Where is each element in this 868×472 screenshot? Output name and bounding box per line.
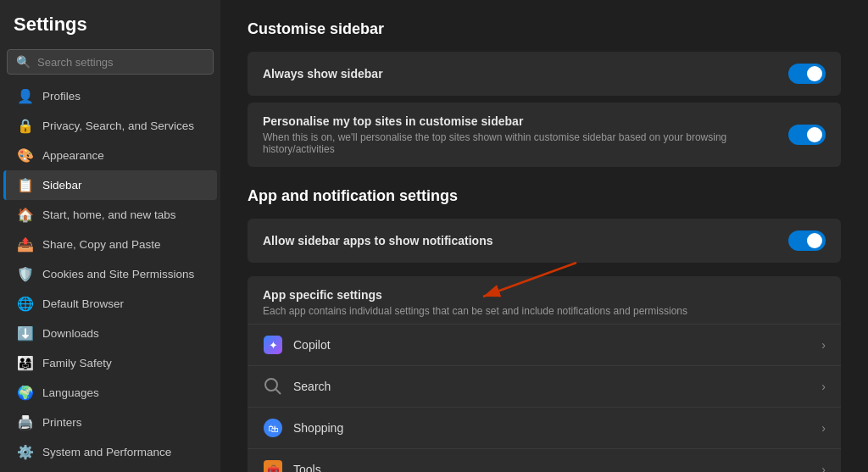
appearance-icon: 🎨 [17,147,34,164]
sidebar: Settings 🔍 👤 Profiles 🔒 Privacy, Search,… [0,0,220,472]
app-item-copilot[interactable]: ✦ Copilot › [248,325,841,366]
copilot-chevron-icon: › [821,338,826,352]
printers-icon: 🖨️ [17,414,34,430]
cookies-label: Cookies and Site Permissions [42,268,194,280]
sidebar-item-printers[interactable]: 🖨️ Printers [3,408,217,437]
cookies-icon: 🛡️ [17,266,34,282]
sidebar-item-reset[interactable]: 🔄 Reset Settings [3,467,217,472]
search-chevron-icon: › [821,380,826,393]
sidebar-item-cookies[interactable]: 🛡️ Cookies and Site Permissions [3,259,217,289]
sidebar-item-default-browser[interactable]: 🌐 Default Browser [3,289,217,319]
main-content: Customise sidebar Always show sidebar Pe… [220,0,868,472]
notifications-toggle[interactable] [788,230,826,251]
personalise-toggle[interactable] [788,125,826,145]
system-perf-label: System and Performance [42,446,171,458]
always-show-toggle[interactable] [788,64,826,84]
downloads-label: Downloads [42,327,99,340]
search-input[interactable] [37,56,204,69]
appearance-label: Appearance [42,149,104,162]
personalise-desc: When this is on, we'll personalise the t… [263,131,788,155]
always-show-label: Always show sidebar [263,67,788,81]
share-copy-icon: 📤 [17,236,34,253]
sidebar-item-family-safety[interactable]: 👨‍👩‍👧 Family Safety [3,348,217,378]
sidebar-item-profiles[interactable]: 👤 Profiles [3,81,217,111]
profiles-icon: 👤 [17,88,34,104]
share-copy-label: Share, Copy and Paste [42,238,161,251]
sidebar-item-sidebar[interactable]: 📋 Sidebar [3,170,217,200]
svg-text:✦: ✦ [269,339,278,352]
personalise-label: Personalise my top sites in customise si… [263,114,788,128]
copilot-app-label: Copilot [293,338,331,352]
search-app-label: Search [293,380,331,393]
tools-app-label: Tools [293,463,321,472]
app-notification-section: App and notification settings Allow side… [248,187,841,472]
sidebar-item-share-copy[interactable]: 📤 Share, Copy and Paste [3,230,217,259]
customise-sidebar-section: Customise sidebar Always show sidebar Pe… [248,20,841,167]
app-item-tools[interactable]: 🧰 Tools › [248,449,841,472]
start-home-label: Start, home, and new tabs [42,208,176,221]
search-container[interactable]: 🔍 [7,49,214,75]
shopping-app-icon: 🛍 [263,418,283,438]
family-safety-icon: 👨‍👩‍👧 [17,355,34,371]
shopping-chevron-icon: › [821,421,826,435]
languages-label: Languages [42,386,99,399]
copilot-app-icon: ✦ [263,335,283,355]
main-wrapper: Customise sidebar Always show sidebar Pe… [220,0,868,472]
sidebar-item-downloads[interactable]: ⬇️ Downloads [3,319,217,348]
downloads-icon: ⬇️ [17,325,34,342]
printers-label: Printers [42,416,82,429]
app-notification-title: App and notification settings [248,187,841,205]
svg-text:🧰: 🧰 [267,464,280,472]
sidebar-label: Sidebar [42,179,82,192]
app-specific-title: App specific settings [263,288,826,302]
system-perf-icon: ⚙️ [17,444,34,460]
search-app-icon [263,376,283,397]
sidebar-item-languages[interactable]: 🌍 Languages [3,378,217,408]
shopping-app-label: Shopping [293,421,343,435]
profiles-label: Profiles [42,90,81,103]
svg-text:🛍: 🛍 [268,423,278,435]
search-icon: 🔍 [16,55,31,69]
default-browser-icon: 🌐 [17,296,34,312]
sidebar-title: Settings [0,14,220,49]
sidebar-item-appearance[interactable]: 🎨 Appearance [3,141,217,170]
allow-notifications-label: Allow sidebar apps to show notifications [263,234,492,247]
svg-point-2 [265,379,277,391]
app-specific-desc: Each app contains individual settings th… [263,305,826,317]
app-item-shopping[interactable]: 🛍 Shopping › [248,408,841,449]
tools-chevron-icon: › [821,463,826,472]
privacy-icon: 🔒 [17,118,34,134]
svg-line-3 [275,389,281,394]
start-home-icon: 🏠 [17,207,34,223]
always-show-sidebar-card: Always show sidebar [248,52,841,96]
app-specific-section: App specific settings Each app contains … [248,276,841,472]
tools-app-icon: 🧰 [263,459,283,472]
languages-icon: 🌍 [17,385,34,401]
sidebar-item-system-perf[interactable]: ⚙️ System and Performance [3,437,217,467]
nav-list: 👤 Profiles 🔒 Privacy, Search, and Servic… [0,81,220,472]
default-browser-label: Default Browser [42,297,124,310]
customise-sidebar-title: Customise sidebar [248,20,841,38]
personalise-top-sites-card: Personalise my top sites in customise si… [248,103,841,167]
family-safety-label: Family Safety [42,357,112,369]
app-item-search[interactable]: Search › [248,366,841,408]
sidebar-item-start-home[interactable]: 🏠 Start, home, and new tabs [3,200,217,230]
app-list: ✦ Copilot › Search › 🛍 Shopping › 🧰 Tool… [248,325,841,472]
privacy-label: Privacy, Search, and Services [42,119,194,132]
sidebar-icon: 📋 [17,177,34,193]
sidebar-item-privacy[interactable]: 🔒 Privacy, Search, and Services [3,111,217,141]
allow-notifications-card: Allow sidebar apps to show notifications [248,219,841,263]
